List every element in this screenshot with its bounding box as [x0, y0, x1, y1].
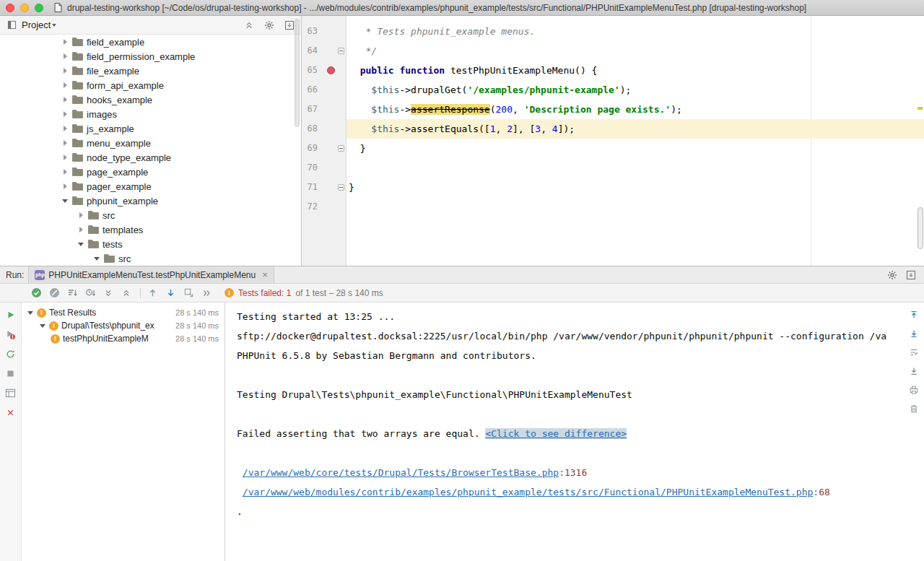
collapse-all-icon[interactable]	[243, 19, 255, 31]
editor-line[interactable]: 67 $this->assertResponse(200, 'Descripti…	[302, 100, 924, 119]
editor-line[interactable]: 65 public function testPhpUnitExampleMen…	[302, 61, 924, 80]
fold-icon[interactable]	[338, 48, 344, 54]
stop-icon[interactable]	[5, 368, 17, 379]
settings-gear-icon[interactable]	[263, 19, 275, 31]
test-console[interactable]: Testing started at 13:25 ...sftp://docke…	[225, 303, 924, 561]
project-tree-item[interactable]: menu_example	[0, 136, 301, 150]
chevron-right-icon[interactable]	[77, 211, 85, 219]
chevron-right-icon[interactable]	[61, 81, 69, 90]
hide-panel-icon[interactable]	[284, 19, 295, 31]
chevron-down-icon[interactable]	[61, 196, 69, 205]
clear-all-icon[interactable]	[908, 403, 920, 414]
collapse-all-icon[interactable]	[121, 287, 132, 299]
next-failed-test-icon[interactable]	[165, 287, 176, 299]
project-tree-item[interactable]: pager_example	[0, 179, 301, 193]
chevron-right-icon[interactable]	[61, 139, 69, 147]
sort-alphabetically-icon[interactable]	[66, 287, 78, 299]
gutter-cell: 66	[302, 80, 346, 100]
minimize-window-button[interactable]	[20, 4, 29, 12]
project-tree-item[interactable]: images	[0, 107, 301, 121]
rerun-failed-tests-icon[interactable]	[5, 329, 17, 340]
console-link[interactable]: <Click to see difference>	[485, 428, 627, 439]
project-tree-item[interactable]: field_permission_example	[0, 49, 301, 64]
run-tab[interactable]: php PHPUnitExampleMenuTest.testPhpUnitEx…	[28, 266, 274, 283]
chevron-right-icon[interactable]	[61, 153, 69, 162]
editor-line[interactable]: 69 }	[302, 139, 924, 158]
project-tree-item[interactable]: form_api_example	[0, 78, 301, 92]
soft-wrap-icon[interactable]	[908, 347, 920, 358]
close-tab-icon[interactable]: ×	[262, 270, 268, 279]
project-tree-item[interactable]: page_example	[0, 165, 301, 179]
settings-gear-icon[interactable]	[886, 269, 898, 281]
line-number: 66	[302, 80, 318, 100]
import-test-results-icon[interactable]	[183, 287, 194, 299]
editor-line[interactable]: 66 $this->drupalGet('/examples/phpunit-e…	[302, 80, 924, 100]
chevron-right-icon[interactable]	[77, 225, 85, 234]
test-status: ! Tests failed: 1 of 1 test – 28 s 140 m…	[225, 288, 383, 298]
project-tree-item[interactable]: file_example	[0, 64, 301, 78]
chevron-right-icon[interactable]	[61, 182, 69, 191]
chevron-right-icon[interactable]	[61, 52, 69, 61]
restore-layout-icon[interactable]	[5, 387, 17, 399]
rerun-tests-icon[interactable]	[5, 309, 17, 321]
code-line-text: $this->drupalGet('/examples/phpunit-exam…	[346, 80, 924, 100]
console-link[interactable]: /var/www/web/core/tests/Drupal/Tests/Bro…	[243, 467, 559, 478]
project-tree-item[interactable]: hooks_example	[0, 92, 301, 107]
expand-all-icon[interactable]	[103, 287, 114, 299]
chevron-right-icon[interactable]	[61, 38, 69, 46]
chevron-right-icon[interactable]	[61, 110, 69, 118]
editor-line[interactable]: 64 */	[302, 41, 924, 61]
chevron-down-icon[interactable]	[26, 308, 35, 317]
project-tree-item[interactable]: field_example	[0, 35, 301, 49]
chevron-down-icon[interactable]	[52, 24, 56, 27]
test-tree-item[interactable]: !Test Results28 s 140 ms	[22, 306, 225, 319]
close-window-button[interactable]	[6, 4, 14, 12]
zoom-window-button[interactable]	[35, 4, 43, 12]
project-tree-item[interactable]: src	[0, 251, 301, 266]
chevron-right-icon[interactable]	[61, 66, 69, 75]
show-passed-icon[interactable]	[30, 287, 42, 299]
project-tree-item[interactable]: phpunit_example	[0, 193, 301, 208]
failed-test-gutter-icon[interactable]	[327, 66, 335, 74]
scroll-to-top-icon[interactable]	[908, 309, 920, 321]
test-tree-item[interactable]: !Drupal\Tests\phpunit_ex28 s 140 ms	[22, 319, 225, 332]
previous-failed-test-icon[interactable]	[147, 287, 158, 299]
editor-line[interactable]: 68 $this->assertEquals([1, 2], [3, 4]);	[302, 119, 924, 139]
code-line-text: $this->assertResponse(200, 'Description …	[346, 100, 924, 119]
chevron-down-icon[interactable]	[77, 240, 85, 248]
project-tree-item[interactable]: tests	[0, 237, 301, 251]
scroll-to-bottom-icon[interactable]	[908, 328, 920, 339]
chevron-right-icon[interactable]	[61, 168, 69, 176]
project-tree-item[interactable]: node_type_example	[0, 150, 301, 165]
toggle-auto-test-icon[interactable]	[5, 348, 17, 360]
test-tree-item[interactable]: !testPhpUnitExampleM28 s 140 ms	[22, 332, 225, 345]
editor-line[interactable]: 71}	[302, 178, 924, 197]
close-icon[interactable]	[5, 406, 17, 418]
project-tree-item[interactable]: js_example	[0, 121, 301, 136]
fold-icon[interactable]	[338, 145, 344, 152]
print-icon[interactable]	[908, 384, 920, 396]
editor-line[interactable]: 63 * Tests phpunit_example menus.	[302, 22, 924, 41]
project-tree-item[interactable]: templates	[0, 222, 301, 237]
chevron-right-icon[interactable]	[61, 95, 69, 104]
chevron-down-icon[interactable]	[92, 254, 101, 263]
line-number: 68	[302, 119, 318, 139]
chevron-down-icon[interactable]	[38, 321, 47, 330]
sort-by-duration-icon[interactable]	[84, 287, 96, 299]
editor-scrollbar[interactable]	[918, 207, 923, 249]
console-link[interactable]: /var/www/web/modules/contrib/examples/ph…	[243, 487, 814, 497]
project-scrollbar[interactable]	[295, 19, 300, 127]
chevron-right-icon[interactable]	[61, 124, 69, 133]
project-tree-item[interactable]: src	[0, 208, 301, 222]
editor-line[interactable]: 70	[302, 158, 924, 178]
more-icon[interactable]	[201, 287, 212, 299]
show-ignored-icon[interactable]	[48, 287, 60, 299]
test-name: Test Results	[49, 308, 96, 318]
project-panel-title[interactable]: Project	[22, 19, 51, 30]
fold-icon[interactable]	[338, 184, 344, 191]
scroll-to-end-icon[interactable]	[908, 365, 920, 377]
code-editor[interactable]: 63 * Tests phpunit_example menus.64 */65…	[302, 16, 924, 266]
hide-panel-icon[interactable]	[905, 269, 917, 281]
warning-stripe-mark[interactable]	[918, 107, 923, 110]
editor-line[interactable]: 72	[302, 197, 924, 217]
